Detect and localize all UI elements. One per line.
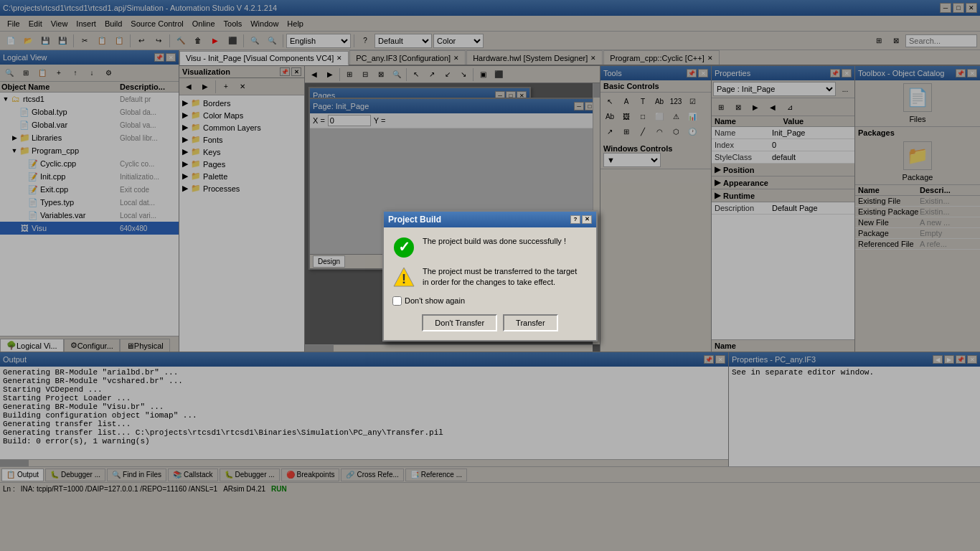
dont-show-again-checkbox[interactable] xyxy=(392,296,402,306)
modal-warning-text: The project must be transferred to the t… xyxy=(423,266,577,288)
modal-body: ✓ The project build was done successfull… xyxy=(384,227,596,340)
modal-help-btn[interactable]: ? xyxy=(570,215,580,224)
modal-title-text: Project Build xyxy=(388,215,441,225)
dont-show-again-label: Don't show again xyxy=(405,296,465,305)
project-build-dialog: Project Build ? ✕ ✓ The project build wa… xyxy=(382,210,598,342)
modal-warning-row: ! The project must be transferred to the… xyxy=(392,266,588,289)
modal-success-text: The project build was done successfully … xyxy=(423,236,566,247)
svg-text:!: ! xyxy=(402,272,406,286)
success-icon: ✓ xyxy=(392,236,415,259)
transfer-button[interactable]: Transfer xyxy=(503,314,558,331)
dont-transfer-button[interactable]: Don't Transfer xyxy=(422,314,497,331)
svg-text:✓: ✓ xyxy=(398,239,410,255)
modal-title-controls: ? ✕ xyxy=(570,215,592,224)
modal-title-bar: Project Build ? ✕ xyxy=(384,212,596,227)
modal-success-row: ✓ The project build was done successfull… xyxy=(392,236,588,259)
modal-close-btn[interactable]: ✕ xyxy=(582,215,592,224)
modal-checkbox-row: Don't show again xyxy=(392,296,588,306)
modal-buttons: Don't Transfer Transfer xyxy=(392,314,588,331)
warning-icon: ! xyxy=(392,266,415,289)
modal-overlay: Project Build ? ✕ ✓ The project build wa… xyxy=(0,0,980,551)
